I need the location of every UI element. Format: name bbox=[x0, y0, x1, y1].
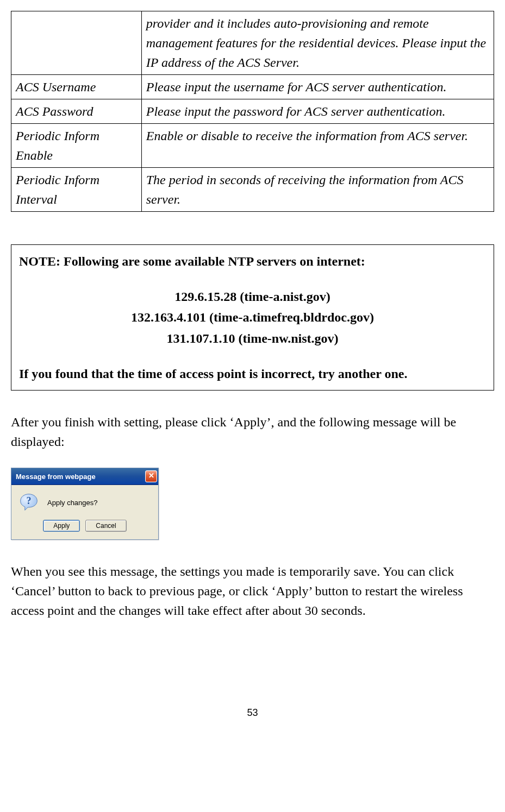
ntp-server-1: 129.6.15.28 (time-a.nist.gov) bbox=[19, 286, 486, 307]
table-row: provider and it includes auto-provisioni… bbox=[11, 11, 494, 75]
table-row: ACS Password Please input the password f… bbox=[11, 99, 494, 124]
question-icon: ? bbox=[19, 493, 39, 512]
param-label: Periodic Inform Interval bbox=[11, 168, 142, 212]
note-heading: NOTE: Following are some available NTP s… bbox=[19, 251, 486, 271]
ntp-server-3: 131.107.1.10 (time-nw.nist.gov) bbox=[19, 328, 486, 349]
param-desc: The period in seconds of receiving the i… bbox=[141, 168, 494, 212]
paragraph-after-dialog: When you see this message, the settings … bbox=[11, 562, 494, 620]
dialog-title: Message from webpage bbox=[16, 473, 96, 481]
table-row: Periodic Inform Interval The period in s… bbox=[11, 168, 494, 212]
param-desc: provider and it includes auto-provisioni… bbox=[141, 11, 494, 75]
note-footer: If you found that the time of access poi… bbox=[19, 364, 486, 383]
note-box: NOTE: Following are some available NTP s… bbox=[11, 244, 494, 391]
svg-text:?: ? bbox=[27, 495, 32, 506]
apply-button[interactable]: Apply bbox=[43, 520, 80, 532]
paragraph-before-dialog: After you finish with setting, please cl… bbox=[11, 412, 494, 451]
table-row: Periodic Inform Enable Enable or disable… bbox=[11, 124, 494, 168]
param-label: ACS Username bbox=[11, 75, 142, 99]
dialog-titlebar: Message from webpage ✕ bbox=[11, 468, 158, 485]
dialog-message: Apply changes? bbox=[47, 499, 98, 507]
cancel-button[interactable]: Cancel bbox=[85, 520, 126, 532]
page-number: 53 bbox=[11, 707, 494, 719]
param-label: ACS Password bbox=[11, 99, 142, 124]
param-desc: Enable or disable to receive the informa… bbox=[141, 124, 494, 168]
param-label: Periodic Inform Enable bbox=[11, 124, 142, 168]
close-icon[interactable]: ✕ bbox=[145, 470, 157, 482]
table-row: ACS Username Please input the username f… bbox=[11, 75, 494, 99]
ntp-server-2: 132.163.4.101 (time-a.timefreq.bldrdoc.g… bbox=[19, 307, 486, 328]
confirmation-dialog: Message from webpage ✕ ? Apply changes? … bbox=[11, 468, 159, 540]
param-desc: Please input the username for ACS server… bbox=[141, 75, 494, 99]
param-desc: Please input the password for ACS server… bbox=[141, 99, 494, 124]
parameters-table: provider and it includes auto-provisioni… bbox=[11, 11, 494, 212]
param-label bbox=[11, 11, 142, 75]
